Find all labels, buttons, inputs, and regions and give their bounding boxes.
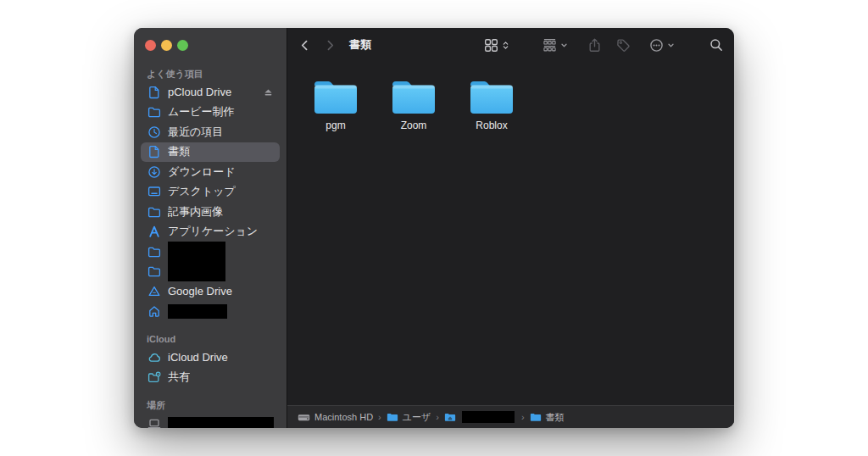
home-folder-icon: [444, 412, 456, 422]
folder-icon: [391, 79, 437, 116]
minimize-button[interactable]: [161, 40, 172, 51]
path-bar: Macintosh HD › ユーザ › › 書類: [287, 405, 734, 428]
tag-icon: [616, 38, 631, 53]
sidebar-item-article-images[interactable]: 記事内画像: [141, 202, 280, 222]
redacted-label: [168, 242, 225, 262]
window-controls: [141, 28, 280, 51]
folder-icon: [530, 412, 542, 422]
zoom-button[interactable]: [177, 40, 188, 51]
folder-icon: [387, 412, 398, 422]
sidebar-section-icloud: iCloud: [141, 334, 280, 345]
home-icon: [147, 304, 161, 318]
folder-icon: [147, 205, 161, 219]
sidebar-item-desktop[interactable]: デスクトップ: [141, 182, 280, 203]
sidebar-item-documents[interactable]: 書類: [141, 142, 280, 163]
laptop-icon: [147, 417, 161, 428]
shared-folder-icon: [147, 370, 161, 384]
folder-icon: [469, 79, 515, 116]
chevron-down-icon: [666, 41, 676, 50]
desktop-background: よく使う項目 pCloud Drive ムービー制作 最近の項目 書類 ダウンロ…: [0, 0, 868, 456]
sidebar-section-locations: 場所: [141, 400, 280, 411]
folder-name: Zoom: [401, 120, 427, 131]
breadcrumb-documents[interactable]: 書類: [530, 411, 565, 424]
folder-item-roblox[interactable]: Roblox: [456, 79, 527, 131]
folder-icon: [147, 245, 161, 259]
clock-icon: [147, 125, 161, 139]
share-icon: [587, 38, 602, 53]
file-view[interactable]: pgm Zoom Roblox: [287, 62, 734, 405]
desktop-icon: [147, 185, 161, 198]
folder-name: pgm: [326, 120, 345, 131]
sidebar-item-movie-production[interactable]: ムービー制作: [141, 103, 280, 123]
folder-icon: [147, 105, 161, 119]
document-icon: [147, 145, 161, 158]
sidebar-item-home-redacted[interactable]: [141, 302, 280, 322]
folder-icon: [313, 79, 359, 116]
folder-item-pgm[interactable]: pgm: [300, 79, 371, 131]
icon-view-grid-icon: [484, 38, 498, 53]
view-selector-button[interactable]: [484, 38, 510, 53]
toolbar: 書類: [287, 28, 734, 62]
hard-disk-icon: [298, 412, 310, 423]
share-button[interactable]: [587, 38, 602, 53]
redacted-label: [168, 417, 274, 428]
breadcrumb-separator: ›: [436, 412, 439, 422]
eject-icon[interactable]: [263, 86, 274, 97]
redacted-label: [168, 304, 227, 319]
search-button[interactable]: [709, 38, 723, 52]
folder-item-zoom[interactable]: Zoom: [378, 79, 449, 131]
breadcrumb-separator: ›: [378, 412, 381, 422]
breadcrumb-separator: ›: [521, 412, 525, 422]
breadcrumb-home-redacted[interactable]: [444, 411, 516, 423]
sidebar-item-recents[interactable]: 最近の項目: [141, 122, 280, 142]
tag-button[interactable]: [616, 38, 631, 53]
sidebar-item-downloads[interactable]: ダウンロード: [141, 162, 280, 182]
search-icon: [709, 38, 723, 52]
group-by-icon: [542, 38, 557, 53]
forward-button[interactable]: [324, 39, 337, 52]
breadcrumb-macintosh-hd[interactable]: Macintosh HD: [298, 412, 373, 423]
document-icon: [147, 86, 161, 99]
folder-icon: [147, 264, 161, 278]
window-title: 書類: [349, 37, 371, 53]
breadcrumb-users[interactable]: ユーザ: [387, 411, 431, 424]
applications-icon: [147, 225, 161, 238]
sidebar-item-icloud-drive[interactable]: iCloud Drive: [141, 348, 280, 368]
google-drive-icon: [147, 285, 161, 298]
more-options-button[interactable]: [649, 38, 676, 53]
sidebar-item-redacted-1[interactable]: [141, 242, 280, 262]
chevron-down-icon: [559, 41, 569, 50]
finder-window: よく使う項目 pCloud Drive ムービー制作 最近の項目 書類 ダウンロ…: [134, 28, 734, 428]
back-button[interactable]: [298, 39, 311, 52]
sidebar: よく使う項目 pCloud Drive ムービー制作 最近の項目 書類 ダウンロ…: [134, 28, 287, 428]
sidebar-item-redacted-2[interactable]: [141, 262, 280, 282]
sidebar-item-applications[interactable]: アプリケーション: [141, 222, 280, 242]
download-icon: [147, 165, 161, 179]
sidebar-item-pcloud-drive[interactable]: pCloud Drive: [141, 82, 280, 103]
icloud-icon: [147, 351, 161, 364]
sidebar-item-shared[interactable]: 共有: [141, 368, 280, 388]
main-pane: 書類: [287, 28, 734, 428]
sidebar-section-favorites: よく使う項目: [141, 69, 280, 80]
close-button[interactable]: [145, 40, 156, 51]
redacted-label: [168, 262, 225, 282]
group-by-button[interactable]: [542, 38, 569, 53]
sidebar-item-location-redacted[interactable]: [141, 414, 280, 428]
sidebar-item-google-drive[interactable]: Google Drive: [141, 281, 280, 302]
folder-name: Roblox: [476, 120, 507, 131]
redacted-label: [462, 411, 515, 423]
chevron-up-down-icon: [501, 41, 510, 50]
toolbar-actions: [484, 38, 723, 53]
nav-buttons: [298, 39, 337, 52]
ellipsis-circle-icon: [649, 38, 664, 53]
